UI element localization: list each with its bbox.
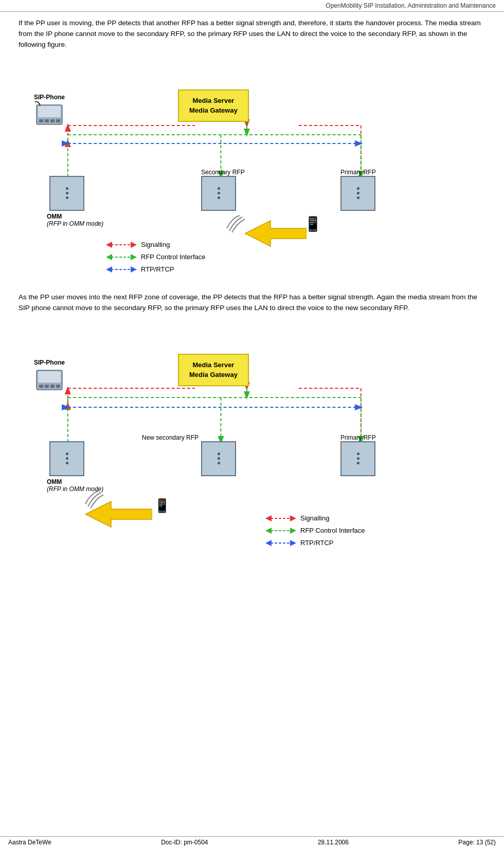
footer-company: Aastra DeTeWe bbox=[8, 839, 51, 846]
page-content: If the PP user is moving, the PP detects… bbox=[0, 12, 504, 604]
legend-signalling-2: Signalling bbox=[265, 514, 365, 522]
footer-page: Page: 13 (52) bbox=[458, 839, 496, 846]
sip-phone-label-2: SIP-Phone bbox=[34, 359, 65, 399]
sip-phone-icon-2 bbox=[34, 366, 65, 397]
new-secondary-rfp-box-2 bbox=[201, 441, 236, 476]
legend-rfp-2: RFP Control Interface bbox=[265, 527, 365, 535]
primary-rfp-label-1: Primary RFP bbox=[340, 169, 376, 176]
svg-rect-13 bbox=[38, 106, 61, 117]
sip-phone-icon-1 bbox=[34, 101, 65, 132]
primary-rfp-box-1 bbox=[340, 176, 375, 211]
primary-rfp-box-2 bbox=[340, 441, 375, 476]
footer-doc-id: Doc-ID: pm-0504 bbox=[161, 839, 208, 846]
legend-2: Signalling RFP Control Interface bbox=[265, 514, 365, 547]
footer-date: 28.11.2006 bbox=[318, 839, 349, 846]
intro-paragraph-1: If the PP user is moving, the PP detects… bbox=[19, 18, 485, 50]
diagram-1: SIP-Phone Media ServerMedia Gateway bbox=[19, 59, 485, 280]
secondary-rfp-box-1 bbox=[201, 176, 236, 211]
svg-rect-37 bbox=[45, 385, 49, 388]
omm-rfp-box-1 bbox=[49, 176, 84, 211]
wifi-waves-2 bbox=[80, 483, 106, 511]
legend-rtp-1: RTP/RTCP bbox=[106, 265, 205, 274]
svg-marker-18 bbox=[245, 221, 307, 246]
svg-rect-17 bbox=[56, 119, 60, 122]
wifi-waves-1 bbox=[222, 208, 247, 235]
svg-rect-39 bbox=[56, 385, 60, 388]
primary-rfp-label-2: Primary RFP bbox=[340, 434, 376, 441]
svg-rect-36 bbox=[39, 385, 43, 388]
intro-paragraph-2: As the PP user moves into the next RFP z… bbox=[19, 292, 485, 314]
header-title: OpenMobility SIP Installation, Administr… bbox=[326, 2, 496, 9]
media-server-box-2: Media ServerMedia Gateway bbox=[178, 354, 249, 386]
svg-rect-15 bbox=[45, 119, 49, 122]
page-footer: Aastra DeTeWe Doc-ID: pm-0504 28.11.2006… bbox=[0, 836, 504, 848]
svg-rect-16 bbox=[50, 119, 55, 122]
legend-signalling-1: Signalling bbox=[106, 241, 205, 249]
media-server-box-1: Media ServerMedia Gateway bbox=[178, 89, 249, 122]
secondary-rfp-label-1: Secondary RFP bbox=[201, 169, 245, 176]
svg-rect-38 bbox=[50, 385, 55, 388]
page-header: OpenMobility SIP Installation, Administr… bbox=[0, 0, 504, 12]
omm-label-1: OMM (RFP in OMM mode) bbox=[47, 213, 103, 227]
moving-pp-1: 📱 bbox=[245, 218, 307, 250]
svg-rect-14 bbox=[39, 119, 43, 122]
omm-rfp-box-2 bbox=[49, 441, 84, 476]
sip-phone-label-1: SIP-Phone bbox=[34, 94, 65, 133]
new-secondary-rfp-label-2: New secondary RFP bbox=[142, 434, 199, 441]
pp-arrow-1 bbox=[245, 218, 307, 249]
legend-1: Signalling RFP Control Interface bbox=[106, 241, 205, 274]
diagram-2: SIP-Phone Media ServerMedia Gateway bbox=[19, 324, 485, 561]
svg-rect-35 bbox=[38, 371, 61, 383]
legend-rtp-2: RTP/RTCP bbox=[265, 539, 365, 547]
legend-rfp-1: RFP Control Interface bbox=[106, 253, 205, 261]
